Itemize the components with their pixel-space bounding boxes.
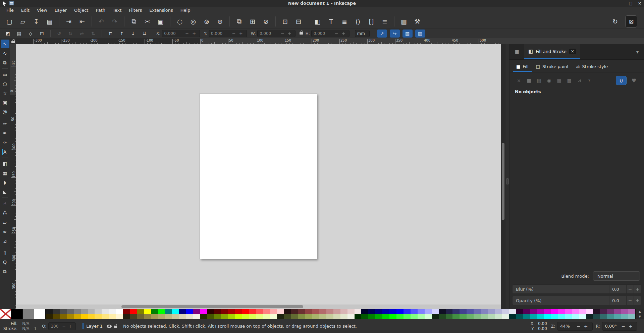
- eraser-tool[interactable]: ▱: [1, 218, 9, 227]
- calligraphy-tool[interactable]: ✑: [1, 138, 9, 147]
- palette-swatch[interactable]: [375, 309, 382, 314]
- palette-swatch[interactable]: [172, 309, 179, 314]
- palette-swatch[interactable]: [425, 309, 432, 314]
- horizontal-scrollbar-thumb[interactable]: [121, 305, 303, 308]
- palette-swatch[interactable]: [551, 314, 558, 319]
- palette-swatch[interactable]: [516, 309, 523, 314]
- palette-swatch[interactable]: [481, 309, 488, 314]
- tweak-tool[interactable]: ☝: [1, 199, 9, 208]
- connector-tool[interactable]: ∞: [1, 227, 9, 236]
- unlink-clone-icon[interactable]: ⊘: [260, 16, 272, 27]
- palette-swatch[interactable]: [249, 314, 256, 319]
- menu-text[interactable]: Text: [109, 7, 125, 14]
- select-all-icon[interactable]: ◩: [3, 30, 12, 38]
- palette-swatch[interactable]: [389, 309, 396, 314]
- palette-swatch[interactable]: [488, 314, 495, 319]
- w-field[interactable]: 0.000 − +: [257, 30, 296, 37]
- select-same-icon[interactable]: ⊡: [37, 30, 47, 38]
- palette-swatch[interactable]: [158, 309, 165, 314]
- opacity-status-spinbox[interactable]: 100 − +: [48, 322, 76, 330]
- palette-swatch[interactable]: [600, 314, 607, 319]
- palette-swatch[interactable]: [607, 309, 614, 314]
- palette-swatch[interactable]: [439, 314, 446, 319]
- palette-swatch[interactable]: [193, 309, 200, 314]
- h-minus-button[interactable]: −: [333, 31, 340, 36]
- zoom-tool[interactable]: Q: [1, 258, 9, 267]
- copy-icon[interactable]: ⧉: [128, 16, 140, 27]
- y-plus-button[interactable]: +: [237, 31, 245, 36]
- palette-swatch[interactable]: [361, 309, 368, 314]
- palette-swatch[interactable]: [46, 314, 53, 319]
- palette-swatch[interactable]: [460, 314, 467, 319]
- palette-swatch[interactable]: [81, 314, 88, 319]
- palette-swatch[interactable]: [361, 314, 368, 319]
- palette-swatch[interactable]: [572, 309, 579, 314]
- pages-tool[interactable]: ⧉: [1, 267, 9, 276]
- paint-swatch-icon[interactable]: ▩: [565, 76, 574, 85]
- zoom-minus[interactable]: −: [575, 324, 582, 329]
- palette-swatch[interactable]: [593, 309, 600, 314]
- palette-swatch[interactable]: [474, 309, 481, 314]
- palette-swatch[interactable]: [432, 309, 439, 314]
- menu-file[interactable]: File: [3, 7, 17, 14]
- palette-swatch[interactable]: [235, 309, 242, 314]
- fill-rule-even-odd[interactable]: ∪: [616, 76, 627, 85]
- palette-swatch[interactable]: [614, 314, 621, 319]
- mesh-tool[interactable]: ▦: [1, 169, 9, 177]
- h-plus-button[interactable]: +: [340, 31, 347, 36]
- move-patterns-toggle[interactable]: ▨: [415, 30, 425, 38]
- tab-stroke-style[interactable]: ⇄Stroke style: [573, 62, 611, 72]
- menu-extensions[interactable]: Extensions: [146, 7, 177, 14]
- open-document-icon[interactable]: ▱: [17, 16, 29, 27]
- palette-swatch[interactable]: [355, 314, 362, 319]
- snap-toggle-button[interactable]: ⊠: [625, 15, 637, 27]
- palette-swatch[interactable]: [565, 314, 572, 319]
- palette-swatch[interactable]: [270, 309, 277, 314]
- dock-splitter-grip[interactable]: [506, 178, 509, 184]
- palette-swatch[interactable]: [452, 314, 460, 319]
- palette-swatch[interactable]: [579, 314, 586, 319]
- palette-swatch[interactable]: [81, 309, 88, 314]
- layer-lock-icon[interactable]: [114, 326, 117, 328]
- w-plus-button[interactable]: +: [286, 31, 293, 36]
- palette-swatch[interactable]: [74, 314, 81, 319]
- star-tool[interactable]: ☆: [1, 89, 9, 98]
- rotation-minus[interactable]: −: [620, 324, 627, 329]
- paste-icon[interactable]: ▣: [155, 16, 167, 27]
- palette-swatch[interactable]: [88, 314, 95, 319]
- lower-icon[interactable]: ↓: [128, 30, 138, 38]
- menu-object[interactable]: Object: [70, 7, 92, 14]
- palette-swatch[interactable]: [572, 314, 579, 319]
- palette-swatch[interactable]: [439, 309, 446, 314]
- palette-swatch[interactable]: [579, 309, 586, 314]
- palette-swatch[interactable]: [509, 314, 516, 319]
- opacity-value[interactable]: 0.0: [609, 296, 627, 305]
- import-image-icon[interactable]: ⇥: [63, 16, 75, 27]
- palette-swatch[interactable]: [382, 309, 389, 314]
- title-bar[interactable]: New document 1 - Inkscape □ ×: [0, 0, 644, 7]
- palette-swatch[interactable]: [46, 309, 53, 314]
- horizontal-ruler[interactable]: -300-250-200-150-100-5005010015020025030…: [16, 38, 644, 44]
- x-minus-button[interactable]: −: [183, 31, 191, 36]
- w-minus-button[interactable]: −: [279, 31, 286, 36]
- palette-swatch[interactable]: [60, 309, 67, 314]
- palette-swatch[interactable]: [607, 314, 614, 319]
- fill-stroke-indicator[interactable]: Fill: N/A Stroke: N/A 1: [3, 321, 37, 331]
- palette-swatch[interactable]: [277, 314, 284, 319]
- ungroup-icon[interactable]: ⊟: [292, 16, 305, 27]
- opacity-minus-button[interactable]: −: [627, 296, 634, 305]
- zoom-selection-icon[interactable]: ◌: [174, 16, 186, 27]
- create-clone-icon[interactable]: ⊞: [247, 16, 259, 27]
- paint-flat-color-icon[interactable]: ■: [524, 76, 534, 85]
- paint-none-icon[interactable]: ×: [514, 76, 524, 85]
- zoom-plus[interactable]: +: [582, 324, 590, 329]
- palette-swatch[interactable]: [172, 314, 179, 319]
- palette-swatch[interactable]: [277, 309, 284, 314]
- palette-swatch[interactable]: [200, 309, 207, 314]
- document-properties-icon[interactable]: ▥: [398, 16, 410, 27]
- palette-swatch[interactable]: [460, 309, 467, 314]
- pencil-tool[interactable]: ✏: [1, 119, 9, 128]
- scale-radii-toggle[interactable]: ↪: [390, 30, 400, 38]
- palette-swatch[interactable]: [242, 309, 249, 314]
- palette-swatch[interactable]: [537, 309, 544, 314]
